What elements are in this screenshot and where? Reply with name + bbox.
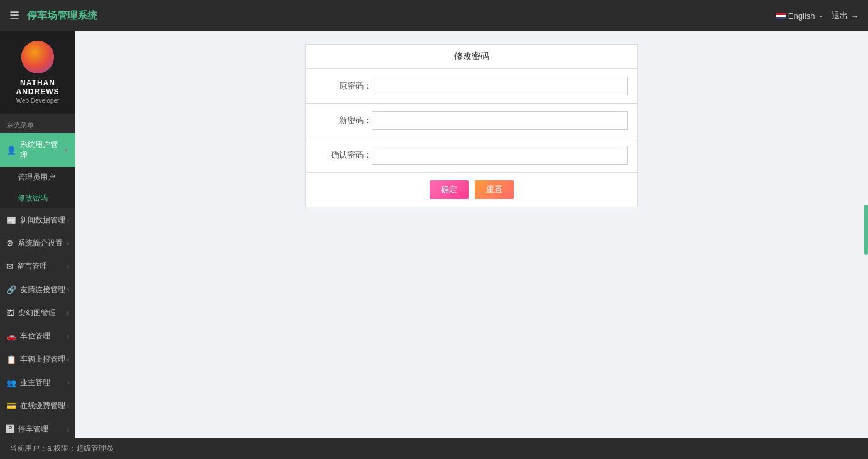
sidebar-item-system-user-management[interactable]: 👤 系统用户管理 ▼	[0, 133, 75, 167]
app-title: 停车场管理系统	[27, 9, 97, 23]
sidebar-item-left: 📰 新闻数据管理	[6, 215, 65, 225]
news-icon: 📰	[6, 215, 16, 225]
chevron-right-icon: ›	[67, 333, 69, 340]
lang-arrow: ~	[817, 11, 822, 21]
message-icon: ✉	[6, 262, 13, 271]
sidebar-item-system-intro-settings[interactable]: ⚙ 系统简介设置 ›	[0, 232, 75, 255]
sidebar-item-label: 业主管理	[20, 377, 50, 388]
language-selector[interactable]: English ~	[776, 11, 822, 21]
sidebar: NATHAN ANDREWS Web Developer 系统菜单 👤 系统用户…	[0, 31, 75, 438]
payment-icon: 💳	[6, 401, 16, 411]
user-name: NATHAN ANDREWS	[6, 78, 69, 96]
new-password-input[interactable]	[372, 111, 628, 130]
form-actions: 确定 重置	[306, 173, 637, 207]
sidebar-item-news-data-management[interactable]: 📰 新闻数据管理 ›	[0, 208, 75, 232]
report-icon: 📋	[6, 355, 16, 364]
scroll-indicator[interactable]	[864, 205, 868, 255]
parking-icon: 🅿	[6, 424, 14, 434]
sidebar-item-left: 🚗 车位管理	[6, 331, 50, 342]
link-icon: 🔗	[6, 285, 16, 294]
user-section: NATHAN ANDREWS Web Developer	[0, 31, 75, 114]
sidebar-item-left: 📋 车辆上报管理	[6, 354, 65, 365]
sidebar-item-label: 在线缴费管理	[20, 401, 65, 411]
confirm-password-label: 确认密码：	[315, 149, 372, 161]
old-password-label: 原密码：	[315, 80, 372, 92]
sidebar-item-friend-links-management[interactable]: 🔗 友情连接管理 ›	[0, 278, 75, 301]
avatar-image	[21, 41, 54, 73]
sidebar-item-online-payment-management[interactable]: 💳 在线缴费管理 ›	[0, 394, 75, 418]
sidebar-item-label: 停车管理	[18, 424, 48, 435]
lang-label: English	[788, 11, 815, 21]
sidebar-item-label: 变幻图管理	[18, 308, 56, 318]
sidebar-item-label: 车位管理	[20, 331, 50, 342]
logout-label: 退出	[832, 10, 848, 21]
sub-item-label: 修改密码	[18, 193, 48, 202]
sidebar-item-label: 系统用户管理	[20, 139, 63, 161]
sidebar-item-vehicle-report-management[interactable]: 📋 车辆上报管理 ›	[0, 348, 75, 371]
old-password-input[interactable]	[372, 77, 628, 95]
reset-button[interactable]: 重置	[475, 180, 514, 199]
chevron-down-icon: ▼	[63, 147, 69, 154]
chevron-right-icon: ›	[67, 217, 69, 224]
footer: 当前用户：a 权限：超级管理员	[0, 438, 868, 459]
sidebar-item-owner-management[interactable]: 👥 业主管理 ›	[0, 371, 75, 394]
sidebar-item-carousel-management[interactable]: 🖼 变幻图管理 ›	[0, 301, 75, 325]
chevron-right-icon: ›	[67, 402, 69, 409]
header: ☰ 停车场管理系统 English ~ 退出 →	[0, 0, 868, 31]
sidebar-item-left: ⚙ 系统简介设置	[6, 238, 63, 249]
form-title: 修改密码	[306, 45, 637, 69]
settings-icon: ⚙	[6, 239, 14, 248]
sidebar-item-label: 车辆上报管理	[20, 354, 65, 365]
layout: NATHAN ANDREWS Web Developer 系统菜单 👤 系统用户…	[0, 31, 868, 438]
chevron-right-icon: ›	[67, 310, 69, 316]
user-role: Web Developer	[6, 97, 69, 104]
owner-icon: 👥	[6, 378, 16, 387]
new-password-row: 新密码：	[306, 104, 637, 138]
logout-icon: →	[850, 11, 859, 21]
chevron-right-icon: ›	[67, 379, 69, 386]
main-content: 修改密码 原密码： 新密码： 确认密码： 确定 重置	[75, 31, 868, 438]
confirm-button[interactable]: 确定	[430, 180, 469, 199]
chevron-right-icon: ›	[67, 286, 69, 293]
chevron-right-icon: ›	[67, 356, 69, 363]
avatar	[21, 41, 54, 73]
sidebar-item-left: 👤 系统用户管理	[6, 139, 63, 161]
sidebar-item-left: 💳 在线缴费管理	[6, 401, 65, 411]
sidebar-item-left: 🔗 友情连接管理	[6, 284, 65, 295]
chevron-right-icon: ›	[67, 263, 69, 270]
confirm-password-row: 确认密码：	[306, 138, 637, 173]
sidebar-item-label: 新闻数据管理	[20, 215, 65, 225]
old-password-row: 原密码：	[306, 69, 637, 104]
sidebar-section-label: 系统菜单	[0, 114, 75, 133]
flag-icon	[776, 13, 786, 19]
header-right: English ~ 退出 →	[776, 10, 859, 21]
logout-button[interactable]: 退出 →	[832, 10, 859, 21]
chevron-right-icon: ›	[67, 240, 69, 247]
image-icon: 🖼	[6, 308, 14, 318]
sidebar-item-label: 友情连接管理	[20, 284, 65, 295]
new-password-label: 新密码：	[315, 115, 372, 126]
password-change-form: 修改密码 原密码： 新密码： 确认密码： 确定 重置	[305, 44, 638, 207]
sidebar-item-message-management[interactable]: ✉ 留言管理 ›	[0, 255, 75, 278]
user-icon: 👤	[6, 146, 16, 155]
sidebar-item-parking-space-management[interactable]: 🚗 车位管理 ›	[0, 325, 75, 348]
sidebar-item-parking-management[interactable]: 🅿 停车管理 ›	[0, 418, 75, 438]
sub-item-label: 管理员用户	[18, 173, 55, 181]
sidebar-item-label: 留言管理	[17, 261, 47, 272]
chevron-right-icon: ›	[67, 426, 69, 433]
footer-text: 当前用户：a 权限：超级管理员	[9, 444, 114, 453]
sidebar-item-left: 👥 业主管理	[6, 377, 50, 388]
sidebar-item-left: ✉ 留言管理	[6, 261, 47, 272]
menu-toggle-button[interactable]: ☰	[9, 9, 19, 23]
sidebar-sub-item-manage-users[interactable]: 管理员用户	[0, 167, 75, 188]
car-icon: 🚗	[6, 332, 16, 341]
sidebar-item-left: 🖼 变幻图管理	[6, 308, 56, 318]
confirm-password-input[interactable]	[372, 146, 628, 165]
sidebar-sub-item-change-password[interactable]: 修改密码	[0, 188, 75, 208]
sidebar-item-left: 🅿 停车管理	[6, 424, 48, 435]
sidebar-item-label: 系统简介设置	[18, 238, 63, 249]
